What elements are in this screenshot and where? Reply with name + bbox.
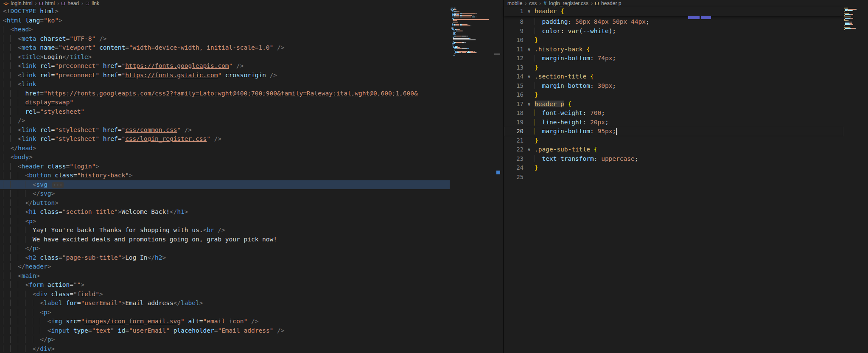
code-line[interactable]: 21} [504, 136, 843, 146]
code-line[interactable]: 1∨header { [504, 7, 843, 16]
code-line[interactable]: 23 text-transform: uppercase; [504, 154, 843, 164]
code-line[interactable]: </div> [0, 345, 450, 353]
line-number[interactable]: 19 [504, 118, 524, 127]
code-token: meta [22, 35, 36, 42]
code-line[interactable]: 15 margin-bottom: 30px; [504, 81, 843, 91]
code-line[interactable]: 10} [504, 36, 843, 45]
line-number[interactable]: 17 [504, 100, 524, 109]
line-number[interactable]: 1 [504, 7, 524, 16]
code-line[interactable]: 14∨.section-title { [504, 72, 843, 81]
code-line[interactable]: 11∨.history-back { [504, 45, 843, 54]
line-number[interactable]: 22 [504, 145, 524, 154]
breadcrumb-item-symbol[interactable]: link [92, 0, 99, 6]
code-line[interactable]: <label for="userEmail">Email address</la… [0, 299, 450, 308]
active-code-line[interactable]: 20 margin-bottom: 95px; [504, 127, 843, 136]
code-line[interactable]: Yay! You're back! Thanks for shopping wi… [0, 226, 450, 235]
code-line[interactable]: 8 padding: 50px 84px 50px 44px; [504, 17, 843, 27]
code-line[interactable]: <link rel="preconnect" href="https://fon… [0, 71, 450, 80]
code-line[interactable]: <form action=""> [0, 280, 450, 290]
code-line[interactable]: <main> [0, 272, 450, 281]
code-line[interactable]: We have excited deals and promotions goi… [0, 235, 450, 244]
html-code-editor[interactable]: <!DOCTYPE html><html lang="ko"> <head> <… [0, 7, 450, 353]
code-line[interactable]: 22∨.page-sub-title { [504, 145, 843, 154]
code-line[interactable]: 19 line-height: 20px; [504, 118, 843, 127]
code-line[interactable]: <button class="history-back"> [0, 171, 450, 180]
code-line[interactable]: <h1 class="section-title">Welcome Back!<… [0, 207, 450, 217]
code-line[interactable]: <link [0, 80, 450, 89]
code-line[interactable]: 18 font-weight: 700; [504, 109, 843, 118]
code-line[interactable]: 9 color: var(--white); [504, 27, 843, 36]
minimap-line [844, 15, 865, 16]
line-number[interactable]: 11 [504, 45, 524, 54]
code-line[interactable]: </head> [0, 144, 450, 153]
code-line[interactable]: <title>Login</title> [0, 53, 450, 62]
code-line[interactable]: <meta name="viewport" content="width=dev… [0, 43, 450, 53]
code-line[interactable]: <body> [0, 153, 450, 162]
code-line[interactable]: <!DOCTYPE html> [0, 7, 450, 16]
chevron-down-icon[interactable]: ∨ [524, 100, 535, 109]
code-line[interactable]: </header> [0, 262, 450, 272]
code-line[interactable]: <p> [0, 217, 450, 226]
line-number[interactable]: 24 [504, 163, 524, 173]
line-number[interactable]: 23 [504, 154, 524, 164]
line-number[interactable]: 15 [504, 81, 524, 91]
code-line[interactable]: 17∨header p { [504, 100, 843, 109]
code-line[interactable]: 25 [504, 173, 843, 182]
code-line[interactable]: /> [0, 116, 450, 126]
minimap-segment [455, 53, 456, 54]
breadcrumb-item-folder[interactable]: css [529, 0, 537, 6]
line-number[interactable]: 9 [504, 27, 524, 36]
breadcrumb-item-symbol[interactable]: head [67, 0, 79, 6]
code-line[interactable]: <link rel="stylesheet" href="css/common.… [0, 126, 450, 135]
code-line[interactable]: <link rel="stylesheet" href="css/login_r… [0, 134, 450, 144]
breadcrumb-item-file[interactable]: login_register.css [549, 0, 588, 6]
minimap-segment [844, 25, 845, 26]
line-number[interactable]: 13 [504, 63, 524, 73]
code-line[interactable]: rel="stylesheet" [0, 107, 450, 117]
code-line[interactable]: <header class="login"> [0, 162, 450, 171]
minimap[interactable] [844, 8, 865, 32]
sticky-scroll-line[interactable]: 1∨header { [504, 7, 843, 16]
code-token [44, 163, 48, 170]
chevron-down-icon[interactable]: ∨ [524, 45, 535, 54]
code-line[interactable]: <h2 class="page-sub-title">Log In</h2> [0, 253, 450, 263]
breadcrumb-item-file[interactable]: login.html [11, 0, 32, 6]
code-line[interactable]: 16} [504, 90, 843, 100]
line-number[interactable]: 16 [504, 90, 524, 100]
code-token: p [44, 309, 48, 316]
line-number[interactable]: 21 [504, 136, 524, 146]
breadcrumb-item-symbol[interactable]: html [45, 0, 55, 6]
code-line[interactable]: </p> [0, 244, 450, 253]
css-code-editor[interactable]: 8 padding: 50px 84px 50px 44px;9 color: … [504, 17, 843, 182]
line-number[interactable]: 12 [504, 54, 524, 63]
code-line[interactable]: 24} [504, 163, 843, 173]
code-line[interactable]: <p> [0, 308, 450, 317]
line-number[interactable]: 10 [504, 36, 524, 45]
code-line[interactable]: <head> [0, 25, 450, 34]
code-line[interactable]: href="https://fonts.googleapis.com/css2?… [0, 89, 450, 98]
line-number[interactable]: 18 [504, 109, 524, 118]
breadcrumb-item-symbol[interactable]: header p [601, 0, 621, 6]
line-number[interactable]: 25 [504, 173, 524, 182]
code-line[interactable]: display=swap" [0, 98, 450, 107]
code-line[interactable]: </svg> [0, 189, 450, 199]
chevron-down-icon[interactable]: ∨ [524, 7, 535, 16]
selected-code-line[interactable]: <svg ··· [0, 180, 450, 190]
line-number[interactable]: 14 [504, 72, 524, 81]
line-number[interactable]: 20 [504, 127, 524, 136]
minimap[interactable] [451, 8, 493, 56]
code-line[interactable]: 13} [504, 63, 843, 73]
code-line[interactable]: <html lang="ko"> [0, 16, 450, 25]
code-line[interactable]: <img src="images/icon_form_email.svg" al… [0, 317, 450, 326]
code-line[interactable]: 12 margin-bottom: 74px; [504, 54, 843, 63]
code-line[interactable]: <meta charset="UTF-8" /> [0, 34, 450, 44]
breadcrumb-item-folder[interactable]: mobile [507, 0, 522, 6]
code-line[interactable]: <input type="text" id="userEmail" placeh… [0, 326, 450, 336]
chevron-down-icon[interactable]: ∨ [524, 145, 535, 154]
line-number[interactable]: 8 [504, 17, 524, 27]
code-line[interactable]: </p> [0, 335, 450, 345]
code-line[interactable]: </button> [0, 199, 450, 208]
code-line[interactable]: <link rel="preconnect" href="https://fon… [0, 62, 450, 71]
chevron-down-icon[interactable]: ∨ [524, 72, 535, 81]
code-line[interactable]: <div class="field"> [0, 290, 450, 299]
